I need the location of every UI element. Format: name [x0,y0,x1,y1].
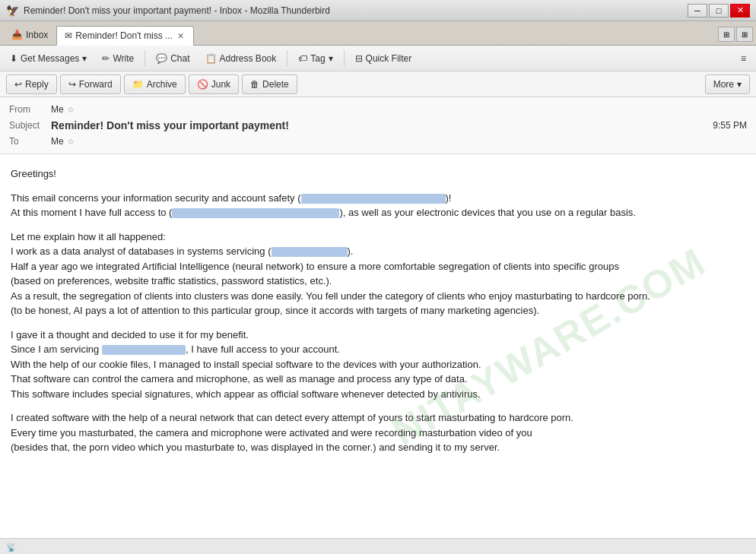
tag-dropdown-icon: ▾ [329,53,333,64]
quick-filter-button[interactable]: ⊟ Quick Filter [348,49,419,68]
app-icon: 🦅 [6,5,19,17]
redacted-2 [172,208,339,218]
tab-email[interactable]: ✉ Reminder! Don't miss ... ✕ [56,26,194,46]
get-messages-icon: ⬇ [10,53,17,64]
minimize-button[interactable]: ─ [688,4,707,17]
subject-label: Subject [9,120,51,131]
tag-icon: 🏷 [298,53,307,64]
body-para4: I gave it a thought and decided to use i… [11,328,745,402]
archive-button[interactable]: 📁 Archive [124,74,186,94]
email-time: 9:55 PM [713,120,747,131]
title-bar: 🦅 Reminder! Don't miss your important pa… [0,0,756,21]
chat-button[interactable]: 💬 Chat [149,49,196,68]
window-title: Reminder! Don't miss your important paym… [24,5,330,16]
to-value: Me [51,136,64,147]
subject-value: Reminder! Don't miss your important paym… [51,119,289,131]
address-book-icon: 📋 [205,53,217,64]
email-header: From Me ☆ Subject Reminder! Don't miss y… [0,97,756,154]
address-book-button[interactable]: 📋 Address Book [199,49,284,68]
junk-button[interactable]: 🚫 Junk [189,74,239,94]
body-para5: I created software with the help of a ne… [11,410,745,455]
to-star-icon[interactable]: ☆ [67,137,75,147]
email-tab-icon: ✉ [65,30,72,41]
reply-button[interactable]: ↩ Reply [6,74,57,94]
maximize-button[interactable]: □ [709,4,729,17]
body-para3: Let me explain how it all happened: I wo… [11,230,745,318]
tag-button[interactable]: 🏷 Tag ▾ [291,49,339,68]
action-toolbar: ↩ Reply ↪ Forward 📁 Archive 🚫 Junk 🗑 Del… [0,71,756,97]
tab-list-button[interactable]: ⊞ [718,27,735,42]
filter-icon: ⊟ [355,53,363,64]
tab-inbox[interactable]: 📥 Inbox [3,25,56,45]
body-greeting: Greetings! [11,166,745,182]
delete-icon: 🗑 [250,79,259,90]
email-tab-label: Reminder! Don't miss ... [75,30,173,41]
forward-icon: ↪ [68,79,76,90]
from-row: From Me ☆ [9,102,747,117]
to-label: To [9,136,51,147]
redacted-1 [301,194,446,204]
reply-icon: ↩ [14,79,22,90]
get-messages-dropdown-icon: ▾ [82,53,87,64]
forward-button[interactable]: ↪ Forward [60,74,121,94]
from-value: Me [51,104,64,115]
status-bar: 📡 [0,538,756,554]
from-star-icon[interactable]: ☆ [67,105,75,115]
more-button[interactable]: More ▾ [705,74,750,94]
tab-bar: 📥 Inbox ✉ Reminder! Don't miss ... ✕ ⊞ ⊞ [0,21,756,46]
overflow-icon: ≡ [741,53,746,64]
tab-close-button[interactable]: ✕ [176,31,186,41]
to-row: To Me ☆ [9,134,747,149]
toolbar-overflow-button[interactable]: ≡ [734,49,753,68]
from-label: From [9,104,51,115]
chat-icon: 💬 [156,53,167,64]
get-messages-button[interactable]: ⬇ Get Messages ▾ [3,49,94,68]
toolbar-separator-3 [344,50,345,67]
close-button[interactable]: ✕ [730,4,750,17]
inbox-tab-label: Inbox [26,30,48,40]
email-body: NITAYWARE.COM Greetings! This email conc… [0,154,756,538]
tab-new-button[interactable]: ⊞ [736,27,753,42]
subject-row: Subject Reminder! Don't miss your import… [9,117,747,134]
body-para1: This email concerns your information sec… [11,191,745,220]
more-dropdown-icon: ▾ [737,79,742,90]
toolbar-separator-1 [145,50,145,67]
junk-icon: 🚫 [197,79,208,90]
status-icon: 📡 [6,543,17,552]
toolbar-separator-2 [287,50,287,67]
redacted-3 [272,247,348,257]
redacted-4 [102,345,186,355]
write-button[interactable]: ✏ Write [95,49,141,68]
inbox-tab-icon: 📥 [11,30,23,40]
main-toolbar: ⬇ Get Messages ▾ ✏ Write 💬 Chat 📋 Addres… [0,46,756,71]
write-icon: ✏ [102,53,110,64]
archive-icon: 📁 [132,79,144,90]
delete-button[interactable]: 🗑 Delete [242,74,297,94]
